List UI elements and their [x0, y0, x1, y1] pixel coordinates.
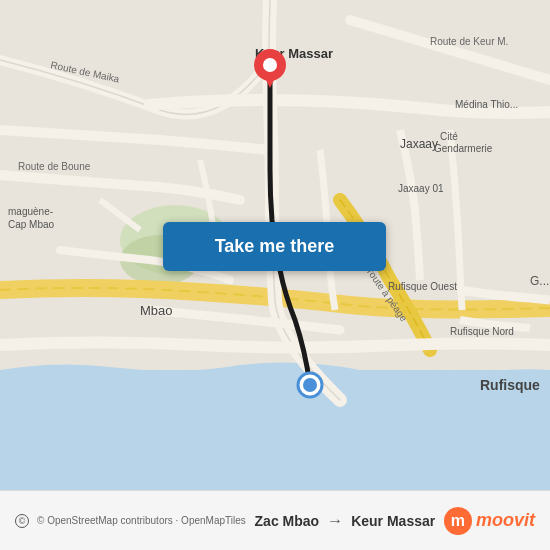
svg-point-25 — [303, 378, 317, 392]
moovit-logo: m moovit — [444, 507, 535, 535]
svg-text:Cap Mbao: Cap Mbao — [8, 219, 55, 230]
footer-left: © © OpenStreetMap contributors · OpenMap… — [15, 514, 246, 528]
origin-dot — [298, 373, 322, 397]
moovit-logo-icon: m — [444, 507, 472, 535]
svg-text:Jaxaay 01: Jaxaay 01 — [398, 183, 444, 194]
destination-label: Keur Massar — [351, 513, 435, 529]
footer-route: Zac Mbao → Keur Massar — [255, 512, 436, 530]
svg-text:Rufisque Nord: Rufisque Nord — [450, 326, 514, 337]
svg-text:Rufisque Ouest: Rufisque Ouest — [388, 281, 457, 292]
svg-text:Cité: Cité — [440, 131, 458, 142]
svg-text:Médina Thio...: Médina Thio... — [455, 99, 518, 110]
svg-text:Jaxaay: Jaxaay — [400, 137, 438, 151]
route-arrow: → — [327, 512, 343, 530]
copyright-icon: © — [15, 514, 29, 528]
origin-label: Zac Mbao — [255, 513, 320, 529]
svg-text:Mbao: Mbao — [140, 303, 173, 318]
footer-bar: © © OpenStreetMap contributors · OpenMap… — [0, 490, 550, 550]
moovit-letter: m — [451, 512, 465, 530]
copyright-text: © OpenStreetMap contributors · OpenMapTi… — [37, 515, 246, 526]
svg-point-23 — [263, 58, 277, 72]
moovit-logo-text: moovit — [476, 510, 535, 531]
map-container: Route de Maika Route de Boune Route de K… — [0, 0, 550, 490]
svg-text:Route de Keur M.: Route de Keur M. — [430, 36, 508, 47]
take-me-there-button[interactable]: Take me there — [163, 222, 386, 271]
svg-text:G...: G... — [530, 274, 549, 288]
svg-text:maguène-: maguène- — [8, 206, 53, 217]
svg-text:Route de Boune: Route de Boune — [18, 161, 91, 172]
svg-text:Gendarmerie: Gendarmerie — [434, 143, 493, 154]
svg-text:Rufisque: Rufisque — [480, 377, 540, 393]
